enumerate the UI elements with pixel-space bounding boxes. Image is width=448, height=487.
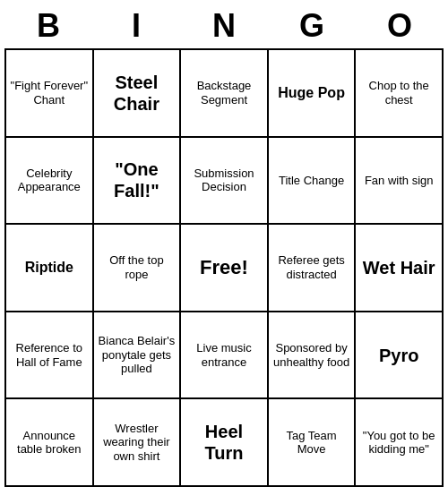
- bingo-header: B I N G O: [4, 7, 444, 45]
- bingo-cell-18[interactable]: Sponsored by unhealthy food: [269, 312, 357, 400]
- bingo-grid: "Fight Forever" ChantSteel ChairBackstag…: [4, 48, 444, 487]
- bingo-cell-0[interactable]: "Fight Forever" Chant: [6, 50, 94, 138]
- bingo-card: B I N G O "Fight Forever" ChantSteel Cha…: [4, 7, 444, 487]
- bingo-cell-2[interactable]: Backstage Segment: [181, 50, 269, 138]
- bingo-cell-21[interactable]: Wrestler wearing their own shirt: [94, 399, 182, 487]
- bingo-cell-3[interactable]: Huge Pop: [269, 50, 357, 138]
- bingo-cell-24[interactable]: "You got to be kidding me": [356, 399, 444, 487]
- bingo-cell-9[interactable]: Fan with sign: [356, 138, 444, 226]
- bingo-cell-7[interactable]: Submission Decision: [181, 138, 269, 226]
- bingo-cell-17[interactable]: Live music entrance: [181, 312, 269, 400]
- bingo-cell-11[interactable]: Off the top rope: [94, 225, 182, 312]
- letter-b: B: [9, 7, 88, 45]
- bingo-cell-13[interactable]: Referee gets distracted: [269, 225, 357, 312]
- bingo-cell-6[interactable]: "One Fall!": [94, 138, 182, 226]
- letter-n: N: [185, 7, 263, 45]
- bingo-cell-10[interactable]: Riptide: [6, 225, 94, 312]
- bingo-cell-12[interactable]: Free!: [181, 225, 269, 312]
- bingo-cell-22[interactable]: Heel Turn: [181, 399, 269, 487]
- letter-o: O: [360, 7, 439, 45]
- letter-i: I: [97, 7, 176, 45]
- bingo-cell-15[interactable]: Reference to Hall of Fame: [6, 312, 94, 400]
- bingo-cell-8[interactable]: Title Change: [269, 138, 357, 226]
- bingo-cell-19[interactable]: Pyro: [356, 312, 444, 400]
- bingo-cell-4[interactable]: Chop to the chest: [356, 50, 444, 138]
- bingo-cell-5[interactable]: Celebrity Appearance: [6, 138, 94, 226]
- bingo-cell-23[interactable]: Tag Team Move: [269, 399, 357, 487]
- letter-g: G: [272, 7, 351, 45]
- bingo-cell-1[interactable]: Steel Chair: [94, 50, 182, 138]
- bingo-cell-20[interactable]: Announce table broken: [6, 399, 94, 487]
- bingo-cell-16[interactable]: Bianca Belair's ponytale gets pulled: [94, 312, 182, 400]
- bingo-cell-14[interactable]: Wet Hair: [356, 225, 444, 312]
